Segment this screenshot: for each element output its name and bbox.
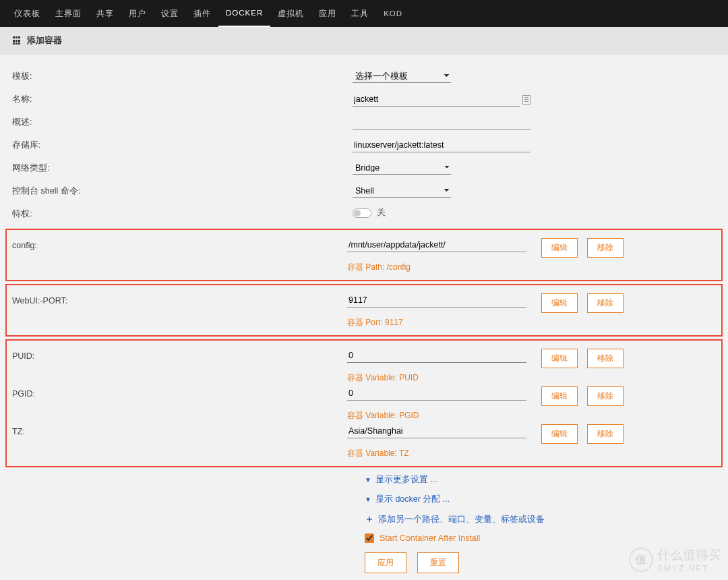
group-variable: 变量PUID:编辑移除容器 Variable: PUIDPGID:编辑移除容器 … [5, 339, 723, 467]
config-subtext: 容器 Variable: PUID [347, 372, 716, 384]
chevron-down-icon: ▼ [365, 476, 371, 484]
config-subtext: 容器 Variable: PGID [347, 410, 716, 422]
nav-item-工具[interactable]: 工具 [344, 0, 376, 27]
nav-item-kod[interactable]: KOD [376, 0, 410, 27]
edit-button[interactable]: 编辑 [541, 293, 578, 313]
config-input[interactable] [347, 424, 526, 438]
console-select[interactable]: Shell [353, 184, 451, 198]
plus-icon: ＋ [365, 513, 374, 525]
config-label: PGID: [12, 386, 347, 399]
config-label: WebUI:-PORT: [12, 293, 347, 306]
nav-item-虚拟机[interactable]: 虚拟机 [270, 0, 311, 27]
config-row: PUID:编辑移除 [12, 346, 716, 368]
nav-item-主界面[interactable]: 主界面 [48, 0, 89, 27]
container-form: 模板: 选择一个模板 名称: 概述: 存储库: 网络类型: Bridge [0, 65, 728, 580]
label-network: 网络类型: [12, 161, 353, 174]
remove-button[interactable]: 移除 [587, 424, 624, 444]
label-repository: 存储库: [12, 138, 353, 151]
config-input[interactable] [347, 349, 526, 363]
nav-item-设置[interactable]: 设置 [154, 0, 186, 27]
top-nav: 仪表板主界面共享用户设置插件DOCKER虚拟机应用工具KOD [0, 0, 728, 27]
config-label: PUID: [12, 349, 347, 361]
template-select[interactable]: 选择一个模板 [353, 69, 451, 83]
show-more-settings[interactable]: ▼ 显示更多设置 ... [365, 470, 716, 490]
note-icon[interactable] [522, 95, 530, 105]
edit-button[interactable]: 编辑 [541, 386, 578, 406]
label-console: 控制台 shell 命令: [12, 184, 353, 197]
label-template: 模板: [12, 69, 353, 82]
group-path: 路径config:编辑移除容器 Path: /config [5, 229, 723, 281]
edit-button[interactable]: 编辑 [541, 349, 578, 368]
watermark: 值 什么值得买 SMYZ.NET [629, 546, 721, 573]
config-row: WebUI:-PORT:编辑移除 [12, 291, 716, 313]
privileged-toggle[interactable] [353, 208, 371, 218]
group-port: 端口WebUI:-PORT:编辑移除容器 Port: 9117 [5, 284, 723, 337]
remove-button[interactable]: 移除 [587, 349, 624, 368]
config-input[interactable] [347, 238, 526, 252]
show-docker-alloc[interactable]: ▼ 显示 docker 分配 ... [365, 490, 716, 509]
network-select[interactable]: Bridge [353, 161, 451, 175]
config-input[interactable] [347, 293, 526, 308]
nav-item-插件[interactable]: 插件 [186, 0, 218, 27]
nav-item-用户[interactable]: 用户 [121, 0, 154, 27]
config-subtext: 容器 Port: 9117 [347, 317, 716, 328]
start-after-install-checkbox[interactable] [365, 533, 374, 543]
config-row: config:编辑移除 [12, 235, 716, 258]
config-row: PGID:编辑移除 [12, 384, 716, 406]
label-name: 名称: [12, 92, 353, 105]
reset-button[interactable]: 重置 [417, 552, 459, 573]
config-input[interactable] [347, 386, 526, 401]
edit-button[interactable]: 编辑 [541, 424, 578, 444]
nav-item-仪表板[interactable]: 仪表板 [7, 0, 48, 27]
label-privileged: 特权: [12, 207, 353, 220]
config-subtext: 容器 Path: /config [347, 262, 716, 273]
page-header: 添加容器 [0, 27, 728, 55]
label-overview: 概述: [12, 115, 353, 128]
remove-button[interactable]: 移除 [587, 293, 624, 313]
apply-button[interactable]: 应用 [365, 552, 406, 573]
start-after-install-label: Start Container After Install [380, 533, 480, 543]
name-input[interactable] [353, 92, 520, 107]
config-label: TZ: [12, 424, 347, 436]
grid-icon [12, 36, 22, 46]
nav-item-共享[interactable]: 共享 [89, 0, 121, 27]
chevron-down-icon: ▼ [365, 496, 371, 503]
nav-item-应用[interactable]: 应用 [311, 0, 344, 27]
edit-button[interactable]: 编辑 [541, 238, 578, 258]
page-title: 添加容器 [27, 35, 62, 47]
config-row: TZ:编辑移除 [12, 422, 716, 444]
config-label: config: [12, 238, 347, 250]
remove-button[interactable]: 移除 [587, 386, 624, 406]
remove-button[interactable]: 移除 [587, 238, 624, 258]
config-subtext: 容器 Variable: TZ [347, 448, 716, 459]
overview-input[interactable] [353, 115, 530, 129]
nav-item-docker[interactable]: DOCKER [218, 0, 270, 27]
add-another[interactable]: ＋ 添加另一个路径、端口、变量、标签或设备 [365, 509, 716, 529]
repository-input[interactable] [353, 138, 530, 152]
privileged-state: 关 [377, 207, 386, 219]
